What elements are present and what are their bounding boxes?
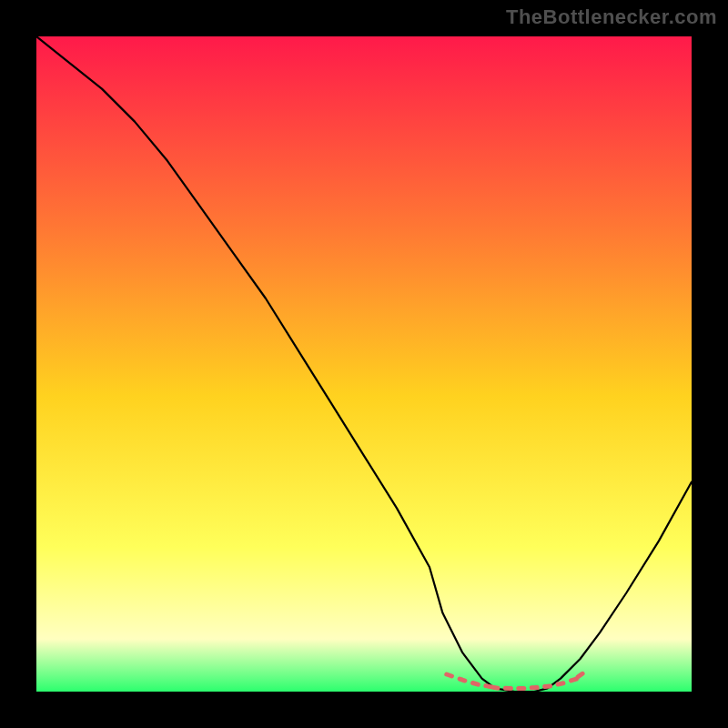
chart-svg (36, 36, 692, 692)
plot-area (36, 36, 692, 692)
marker-dash (530, 685, 540, 691)
marker-dash (516, 686, 526, 691)
gradient-background (36, 36, 692, 692)
chart-container: TheBottlenecker.com (0, 0, 728, 728)
watermark-text: TheBottlenecker.com (506, 5, 717, 29)
marker-dash (503, 686, 513, 692)
